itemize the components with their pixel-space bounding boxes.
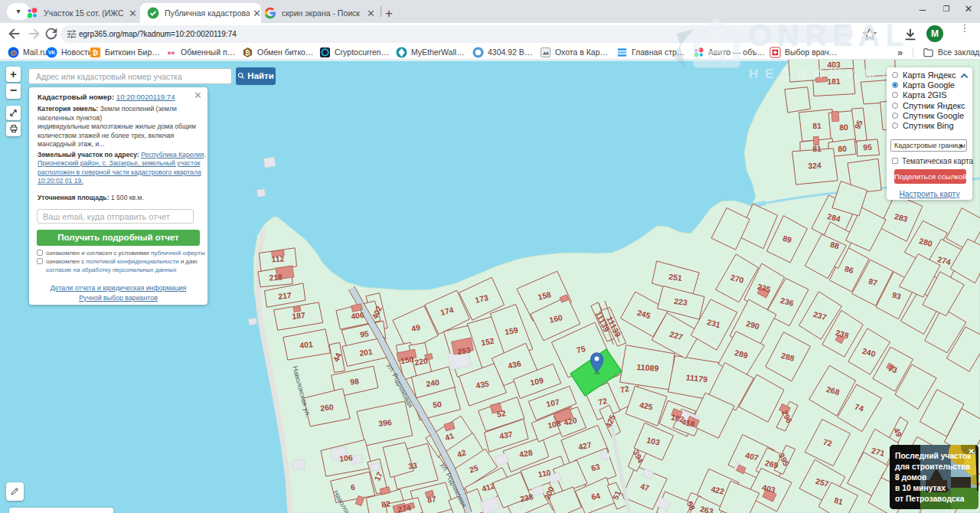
svg-text:»»: »»	[168, 48, 175, 56]
svg-text:217: 217	[278, 291, 292, 301]
svg-text:80: 80	[838, 145, 847, 154]
svg-text:95: 95	[360, 329, 370, 338]
svg-text:95: 95	[863, 143, 872, 152]
svg-text:187: 187	[292, 311, 306, 321]
svg-text:403: 403	[827, 60, 841, 70]
svg-text:33: 33	[407, 461, 417, 471]
svg-text:406: 406	[351, 311, 365, 321]
svg-text:₿: ₿	[245, 48, 250, 56]
svg-text:87: 87	[426, 495, 436, 505]
svg-text:324: 324	[808, 162, 822, 171]
svg-text:274: 274	[397, 504, 412, 513]
svg-text:260: 260	[320, 403, 335, 413]
svg-text:106: 106	[339, 453, 354, 463]
svg-text:50: 50	[433, 400, 443, 410]
svg-text:₿: ₿	[93, 49, 99, 57]
svg-text:52: 52	[496, 409, 507, 419]
svg-text:@: @	[10, 48, 17, 56]
svg-text:80: 80	[839, 123, 848, 132]
svg-text:401: 401	[299, 340, 314, 350]
svg-text:VK: VK	[48, 50, 56, 55]
svg-text:218: 218	[269, 273, 283, 282]
svg-text:181: 181	[827, 77, 841, 87]
svg-text:201: 201	[359, 348, 374, 358]
svg-text:81: 81	[812, 122, 822, 131]
svg-text:11089: 11089	[636, 362, 659, 373]
svg-text:82: 82	[381, 499, 390, 509]
svg-text:396: 396	[378, 418, 393, 428]
svg-text:98: 98	[350, 377, 360, 386]
svg-text:81: 81	[812, 145, 822, 154]
svg-text:112: 112	[271, 254, 285, 263]
